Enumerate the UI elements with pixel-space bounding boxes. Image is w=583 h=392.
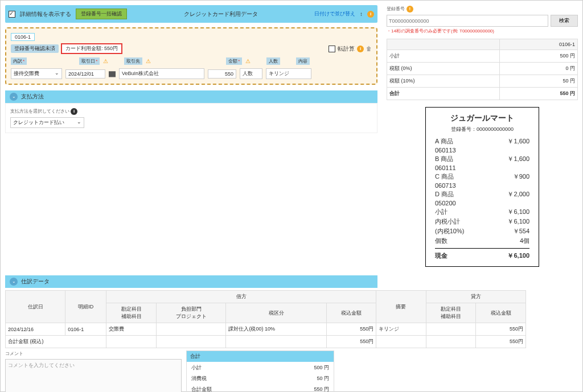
partner-label: 取引先 bbox=[124, 57, 142, 65]
warn-icon: ⚠ bbox=[245, 58, 251, 64]
summary-table: 0106-1 小計500 円 税額 (0%)0 円 税額 (10%)50 円 合… bbox=[387, 39, 578, 100]
date-label: 取引日* bbox=[79, 57, 100, 65]
category-label: 内訳* bbox=[11, 57, 27, 65]
registration-section: 登録番号 ! 検索 ・14桁の調査番号のみ必要です(例: T0000000000… bbox=[387, 5, 578, 34]
detail-checkbox[interactable] bbox=[9, 11, 15, 18]
sort-icon[interactable]: ↕ bbox=[360, 11, 363, 17]
payment-select[interactable]: クレジットカード払い⌄ bbox=[10, 117, 84, 128]
detail-id: 0106-1 bbox=[11, 33, 35, 41]
info-icon[interactable]: ! bbox=[407, 6, 413, 13]
warn-icon: ⚠ bbox=[103, 58, 108, 64]
people-label: 人数 bbox=[266, 57, 280, 65]
detail-card: 0106-1 登録番号確認未済 カード利用金額: 550円 転計算 i 🗑 内訳… bbox=[5, 27, 377, 85]
warn-icon: ⚠ bbox=[146, 58, 151, 64]
category-select[interactable]: 接待交際費 ⌄ bbox=[11, 68, 62, 79]
date-input[interactable]: 2024/12/01 bbox=[65, 69, 105, 79]
comment-textarea[interactable]: コメントを入力してください bbox=[5, 359, 182, 392]
detail-checkbox-label: 詳細情報を表示する bbox=[20, 10, 71, 18]
payment-body: 支払方法を選択してください i クレジットカード払い⌄ bbox=[5, 103, 377, 133]
receipt: ジュガールマート 登録番号：0000000000000 A 商品￥1,60006… bbox=[425, 107, 539, 267]
registration-input[interactable] bbox=[387, 15, 548, 27]
topbar: 詳細情報を表示する 登録番号一括確認 クレジットカード利用データ 日付けで並び替… bbox=[5, 5, 377, 23]
registration-error: ・14桁の調査番号のみ必要です(例: T000000000000) bbox=[387, 28, 578, 34]
partner-input[interactable]: VeBuIn株式会社 bbox=[119, 68, 204, 79]
comment-label: コメント bbox=[5, 350, 182, 357]
search-button[interactable]: 検索 bbox=[551, 15, 578, 27]
trash-icon[interactable]: 🗑 bbox=[366, 46, 372, 52]
status-badge: 登録番号確認未済 bbox=[11, 44, 59, 53]
totals-box: 合計 小計500 円 消費税50 円 合計金額550 円 bbox=[186, 350, 334, 392]
data-type-label: クレジットカード利用データ bbox=[184, 10, 258, 18]
transfer-label: 転計算 bbox=[338, 45, 355, 53]
info-icon-2[interactable]: i bbox=[357, 46, 364, 52]
collapse-icon[interactable]: ⌄ bbox=[10, 93, 18, 101]
amount-label: 金額* bbox=[226, 57, 242, 65]
journal-header: ⌄ 仕訳データ bbox=[5, 275, 377, 288]
calendar-icon[interactable] bbox=[109, 71, 116, 77]
collapse-icon[interactable]: ⌄ bbox=[10, 278, 18, 286]
payment-prompt: 支払方法を選択してください i bbox=[10, 108, 372, 115]
note-input[interactable]: キリンジ bbox=[266, 68, 311, 79]
amount-input[interactable]: 550 bbox=[208, 69, 236, 79]
bulk-confirm-button[interactable]: 登録番号一括確認 bbox=[76, 9, 127, 19]
note-label: 内容 bbox=[296, 57, 310, 65]
transfer-checkbox[interactable] bbox=[329, 46, 335, 52]
card-amount-badge: カード利用金額: 550円 bbox=[61, 43, 122, 54]
info-icon[interactable]: i bbox=[367, 11, 374, 18]
sort-link[interactable]: 日付けで並び替え bbox=[314, 10, 355, 18]
payment-header: ⌄ 支払方法 bbox=[5, 90, 377, 103]
people-input[interactable]: 人数 bbox=[240, 68, 262, 79]
